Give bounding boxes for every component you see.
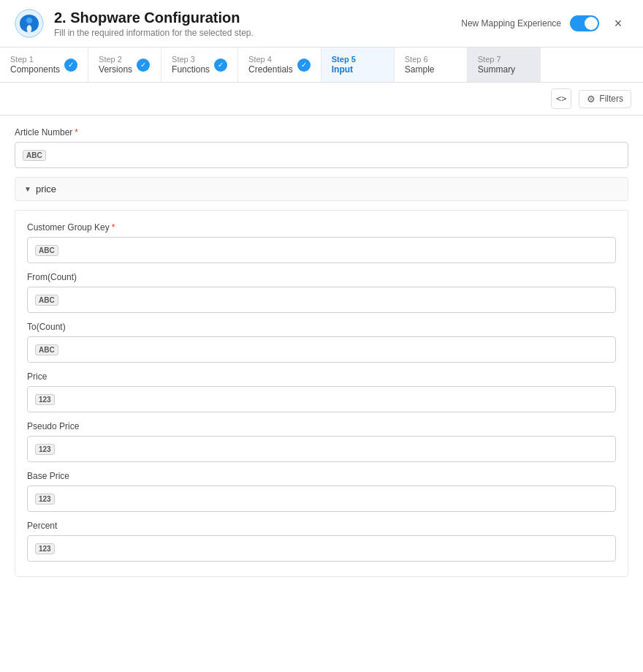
step-3-check [214, 58, 227, 72]
step-6-label: Sample [405, 64, 435, 75]
steps-bar: Step 1 Components Step 2 Versions Step 3… [0, 48, 643, 83]
step-4-check [297, 58, 311, 72]
customer-group-key-label: Customer Group Key * [27, 222, 616, 233]
base-price-input[interactable]: 123 [27, 486, 616, 512]
step-5-label: Input [332, 64, 356, 75]
base-price-badge: 123 [35, 494, 55, 505]
price-group-header[interactable]: ▼ price [15, 177, 628, 201]
new-mapping-toggle[interactable] [570, 15, 599, 31]
step-3-num: Step 3 [172, 55, 210, 64]
article-number-input[interactable]: ABC [15, 142, 628, 168]
step-1-num: Step 1 [10, 55, 60, 64]
step-5-input[interactable]: Step 5 Input [322, 48, 395, 82]
step-1-components[interactable]: Step 1 Components [0, 48, 88, 82]
step-4-num: Step 4 [248, 55, 293, 64]
article-number-section: Article Number * ABC [15, 127, 628, 168]
step-2-num: Step 2 [99, 55, 132, 64]
customer-group-key-input[interactable]: ABC [27, 237, 616, 263]
to-count-label: To(Count) [27, 322, 616, 332]
step-2-versions[interactable]: Step 2 Versions [88, 48, 161, 82]
percent-badge: 123 [35, 543, 55, 554]
to-count-section: To(Count) ABC [27, 322, 616, 363]
step-6-sample[interactable]: Step 6 Sample [395, 48, 468, 82]
price-input[interactable]: 123 [27, 386, 616, 412]
step-6-num: Step 6 [405, 55, 435, 64]
price-group-title: price [36, 184, 56, 195]
page-subtitle: Fill in the required information for the… [54, 28, 461, 38]
step-7-num: Step 7 [478, 55, 515, 64]
pseudo-price-badge: 123 [35, 444, 55, 455]
step-1-label: Components [10, 64, 60, 75]
step-3-label: Functions [172, 64, 210, 75]
code-toggle-button[interactable]: <> [551, 88, 571, 109]
svg-point-1 [26, 18, 32, 23]
toggle-knob [585, 17, 598, 30]
percent-label: Percent [27, 521, 616, 531]
step-7-label: Summary [478, 64, 515, 75]
app-logo [15, 9, 44, 38]
header-right: New Mapping Experience × [461, 13, 628, 34]
header-title-block: 2. Shopware Configuration Fill in the re… [54, 10, 461, 38]
step-5-num: Step 5 [332, 55, 356, 64]
step-1-check [64, 58, 77, 72]
close-button[interactable]: × [608, 13, 628, 34]
price-section: Price 123 [27, 371, 616, 412]
customer-group-key-required: * [112, 222, 115, 233]
step-2-label: Versions [99, 64, 132, 75]
header: 2. Shopware Configuration Fill in the re… [0, 0, 643, 48]
from-count-input[interactable]: ABC [27, 287, 616, 313]
percent-input[interactable]: 123 [27, 535, 616, 562]
pseudo-price-label: Pseudo Price [27, 421, 616, 431]
price-group: ▼ price Customer Group Key * ABC [15, 177, 628, 577]
filter-icon: ⚙ [587, 94, 596, 105]
toolbar: <> ⚙ Filters [0, 83, 643, 116]
price-group-chevron: ▼ [24, 185, 31, 193]
filters-button[interactable]: ⚙ Filters [579, 90, 631, 108]
article-number-required: * [75, 127, 78, 137]
price-group-body: Customer Group Key * ABC From(Count) ABC [15, 210, 628, 577]
price-label: Price [27, 371, 616, 382]
step-4-label: Credentials [248, 64, 293, 75]
article-number-badge: ABC [23, 150, 46, 161]
percent-section: Percent 123 [27, 521, 616, 562]
from-count-label: From(Count) [27, 272, 616, 282]
article-number-label: Article Number * [15, 127, 628, 137]
to-count-input[interactable]: ABC [27, 336, 616, 363]
to-count-badge: ABC [35, 344, 58, 355]
new-mapping-label: New Mapping Experience [461, 18, 561, 29]
pseudo-price-section: Pseudo Price 123 [27, 421, 616, 462]
customer-group-key-badge: ABC [35, 245, 58, 256]
content-area: Article Number * ABC ▼ price Customer Gr… [0, 116, 643, 672]
app-container: 2. Shopware Configuration Fill in the re… [0, 0, 643, 672]
page-title: 2. Shopware Configuration [54, 10, 461, 26]
step-4-credentials[interactable]: Step 4 Credentials [238, 48, 322, 82]
base-price-label: Base Price [27, 471, 616, 481]
step-3-functions[interactable]: Step 3 Functions [161, 48, 238, 82]
base-price-section: Base Price 123 [27, 471, 616, 512]
filters-label: Filters [599, 94, 623, 104]
step-7-summary[interactable]: Step 7 Summary [468, 48, 541, 82]
pseudo-price-input[interactable]: 123 [27, 436, 616, 462]
from-count-badge: ABC [35, 295, 58, 306]
price-badge: 123 [35, 394, 55, 405]
from-count-section: From(Count) ABC [27, 272, 616, 313]
step-2-check [137, 58, 150, 72]
customer-group-key-section: Customer Group Key * ABC [27, 222, 616, 263]
